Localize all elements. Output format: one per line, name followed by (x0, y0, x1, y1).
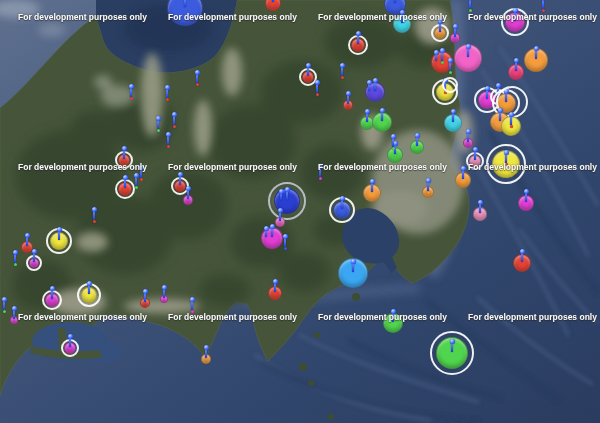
pin-head-icon (166, 132, 171, 137)
map-watermark: For development purposes only (18, 312, 147, 322)
pin-head-icon (279, 189, 284, 194)
pin-head-icon (520, 249, 525, 254)
pin-head-icon (2, 297, 7, 302)
pin-head-icon (318, 164, 323, 169)
map-watermark: For development purposes only (168, 312, 297, 322)
pin-head-icon (25, 233, 30, 238)
pin-head-icon (285, 187, 290, 192)
pin-head-icon (270, 224, 275, 229)
pin-base-dot (357, 44, 360, 47)
marker-ring (442, 77, 458, 93)
pin-head-icon (450, 339, 455, 344)
pin-base-dot (3, 310, 6, 313)
pin-head-icon (541, 0, 546, 1)
pin-head-icon (438, 19, 443, 24)
pin-head-icon (204, 345, 209, 350)
pin-head-icon (178, 172, 183, 177)
pin-base-dot (449, 71, 452, 74)
pin-head-icon (400, 10, 405, 15)
map-watermark: For development purposes only (318, 12, 447, 22)
pin-head-icon (283, 234, 288, 239)
map-watermark: For development purposes only (168, 162, 297, 172)
pin-head-icon (434, 50, 439, 55)
pin-head-icon (448, 58, 453, 63)
map-canvas[interactable]: For development purposes onlyFor develop… (0, 0, 600, 423)
pin-head-icon (122, 146, 127, 151)
pin-head-icon (466, 44, 471, 49)
pin-base-dot (166, 98, 169, 101)
pin-head-icon (513, 8, 518, 13)
pin-head-icon (373, 78, 378, 83)
pin-head-icon (32, 249, 37, 254)
pin-icon (184, 0, 186, 7)
pin-head-icon (315, 80, 320, 85)
pin-head-icon (68, 334, 73, 339)
pin-head-icon (346, 91, 351, 96)
pin-head-icon (129, 84, 134, 89)
map-watermark: For development purposes only (318, 162, 447, 172)
pin-head-icon (123, 175, 128, 180)
pin-icon (469, 0, 471, 9)
pin-base-dot (441, 61, 444, 64)
pin-icon (542, 0, 544, 9)
pin-base-dot (510, 125, 513, 128)
pin-head-icon (92, 207, 97, 212)
pin-head-icon (340, 196, 345, 201)
pin-head-icon (195, 70, 200, 75)
pin-head-icon (264, 226, 269, 231)
pin-head-icon (509, 112, 514, 117)
pin-base-dot (469, 9, 472, 12)
pin-head-icon (391, 134, 396, 139)
pin-head-icon (134, 173, 139, 178)
pin-head-icon (498, 108, 503, 113)
pin-base-dot (130, 97, 133, 100)
pin-base-dot (542, 9, 545, 12)
pin-base-dot (135, 186, 138, 189)
pin-base-dot (157, 129, 160, 132)
pin-head-icon (340, 63, 345, 68)
pin-head-icon (524, 189, 529, 194)
pin-base-dot (316, 93, 319, 96)
pin-head-icon (391, 309, 396, 314)
pin-head-icon (172, 112, 177, 117)
pin-head-icon (534, 46, 539, 51)
pin-head-icon (57, 227, 62, 232)
pin-base-dot (173, 125, 176, 128)
pin-icon (394, 0, 396, 3)
pin-head-icon (485, 86, 490, 91)
markers-overlay: For development purposes onlyFor develop… (0, 0, 600, 423)
pin-head-icon (415, 133, 420, 138)
map-watermark: For development purposes only (18, 12, 147, 22)
pin-head-icon (461, 166, 466, 171)
pin-head-icon (139, 165, 144, 170)
pin-head-icon (466, 129, 471, 134)
pin-head-icon (367, 80, 372, 85)
pin-head-icon (504, 150, 509, 155)
pin-head-icon (143, 289, 148, 294)
pin-head-icon (273, 279, 278, 284)
pin-head-icon (162, 285, 167, 290)
pin-head-icon (13, 250, 18, 255)
pin-head-icon (351, 259, 356, 264)
pin-icon (272, 0, 274, 2)
pin-base-dot (191, 310, 194, 313)
pin-head-icon (440, 48, 445, 53)
pin-head-icon (473, 147, 478, 152)
map-watermark: For development purposes only (468, 12, 597, 22)
pin-base-dot (93, 220, 96, 223)
pin-head-icon (370, 179, 375, 184)
pin-head-icon (356, 31, 361, 36)
pin-head-icon (451, 109, 456, 114)
pin-base-dot (341, 76, 344, 79)
pin-base-dot (392, 147, 395, 150)
pin-head-icon (468, 0, 473, 1)
pin-head-icon (453, 24, 458, 29)
pin-base-dot (14, 263, 17, 266)
pin-base-dot (196, 83, 199, 86)
pin-head-icon (278, 208, 283, 213)
pin-base-dot (505, 163, 508, 166)
pin-head-icon (186, 186, 191, 191)
pin-head-icon (478, 200, 483, 205)
pin-base-dot (167, 145, 170, 148)
pin-head-icon (87, 281, 92, 286)
